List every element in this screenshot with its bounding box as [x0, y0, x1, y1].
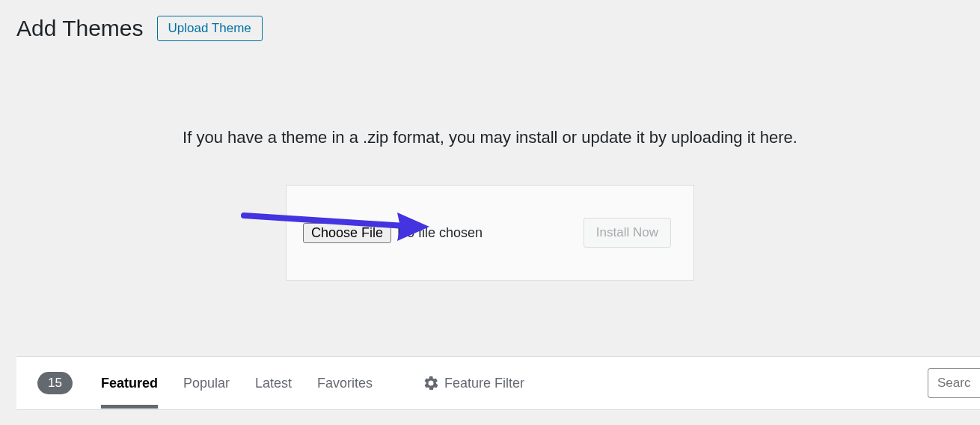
file-input-group: Choose File No file chosen	[303, 223, 483, 243]
tab-latest[interactable]: Latest	[255, 359, 292, 408]
tab-featured[interactable]: Featured	[101, 359, 158, 408]
feature-filter-button[interactable]: Feature Filter	[423, 376, 524, 391]
page-header: Add Themes Upload Theme	[16, 15, 964, 42]
search-themes-input[interactable]	[928, 368, 980, 398]
file-chosen-status: No file chosen	[397, 225, 483, 241]
search-themes-wrap	[928, 368, 980, 398]
upload-form-box: Choose File No file chosen Install Now	[286, 185, 694, 281]
theme-count-badge: 15	[37, 372, 73, 394]
gear-icon	[423, 376, 438, 391]
page-title: Add Themes	[16, 15, 144, 42]
theme-filter-bar: 15 Featured Popular Latest Favorites Fea…	[16, 356, 980, 410]
filter-tabs: Featured Popular Latest Favorites Featur…	[101, 359, 524, 408]
install-now-button[interactable]: Install Now	[584, 218, 671, 248]
add-themes-screen: Add Themes Upload Theme If you have a th…	[0, 0, 980, 425]
upload-instruction-text: If you have a theme in a .zip format, yo…	[16, 128, 964, 147]
tab-popular[interactable]: Popular	[183, 359, 230, 408]
choose-file-button[interactable]: Choose File	[303, 223, 391, 243]
upload-theme-button[interactable]: Upload Theme	[157, 16, 263, 41]
upload-theme-panel: If you have a theme in a .zip format, yo…	[16, 128, 964, 281]
tab-favorites[interactable]: Favorites	[317, 359, 373, 408]
feature-filter-label: Feature Filter	[444, 376, 524, 391]
